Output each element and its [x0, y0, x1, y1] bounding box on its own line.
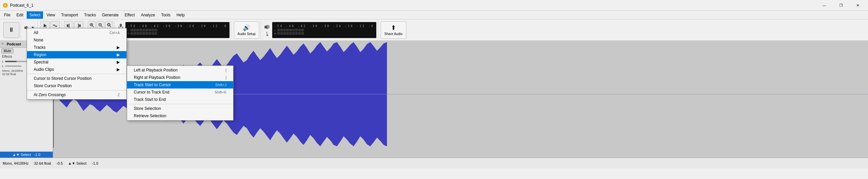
menu-effect[interactable]: Effect	[122, 11, 137, 19]
svg-text:A: A	[4, 4, 7, 7]
mute-button[interactable]: Mute	[1, 49, 13, 54]
status-bit-depth: 32-bit float	[34, 161, 51, 165]
title-text: Podcast_6_1	[10, 3, 33, 8]
svg-line-15	[101, 26, 102, 27]
audio-setup-group: 🔊 Audio Setup	[232, 21, 261, 39]
menu-tracks[interactable]: Tracks	[82, 11, 99, 19]
audio-setup-button[interactable]: 🔊 Audio Setup	[234, 21, 259, 39]
region-arrow: ▶	[117, 53, 120, 57]
playback-speaker-icon	[264, 23, 271, 31]
svg-marker-28	[265, 25, 268, 29]
pause-icon: ⏸	[8, 26, 14, 33]
select-region-item[interactable]: Region ▶	[27, 51, 126, 58]
select-all-item[interactable]: All Ctrl+A	[27, 29, 126, 36]
select-dropdown: All Ctrl+A None Tracks ▶ Region ▶ Spectr…	[27, 28, 127, 99]
zoom-in-icon	[89, 22, 94, 28]
menu-transport[interactable]: Transport	[58, 11, 81, 19]
svg-rect-8	[79, 24, 81, 27]
playback-meter-group: LR -54 -48 -42 -36 -30 -24 -18 -12 -6 L …	[262, 21, 378, 39]
vu-playback-R: R	[274, 32, 374, 35]
cursor-icon	[42, 23, 48, 28]
select-spectral-item[interactable]: Spectral ▶	[27, 58, 126, 66]
retrieve-selection-item[interactable]: Retrieve Selection	[127, 112, 233, 120]
spectral-arrow: ▶	[117, 60, 120, 64]
svg-point-3	[53, 24, 55, 26]
region-sep1	[127, 104, 233, 104]
vu-record-R: R	[127, 32, 227, 35]
vu-record-scale: -54 -48 -42 -36 -30 -24 -18 -12 -6	[127, 25, 227, 28]
select-bar[interactable]: ▲▼ Select -1.0	[0, 152, 53, 158]
gain-l-label: L	[2, 60, 4, 63]
menu-help[interactable]: Help	[174, 11, 187, 19]
app-icon: A	[3, 3, 8, 8]
tracks-arrow: ▶	[117, 45, 120, 50]
toolbar: ⏸ 🔉 ▽ 5	[0, 19, 868, 41]
vu-playback-scale: -54 -48 -42 -36 -30 -24 -18 -12 -6	[274, 25, 374, 28]
status-bar: Mono, 44100Hz 32-bit float -0.5 ▲▼ Selec…	[0, 158, 868, 168]
share-audio-button[interactable]: ⬆ Share Audio	[381, 21, 406, 39]
track-start-to-end-item[interactable]: Track Start to End	[127, 96, 233, 103]
svg-rect-18	[108, 24, 110, 25]
status-gain: -0.5	[56, 161, 63, 165]
speaker-setup-icon: 🔊	[243, 24, 250, 31]
pan-l-label: L	[2, 64, 4, 68]
playback-lr-badge: LR	[266, 31, 268, 37]
select-sep2	[27, 90, 126, 90]
record-meter-group: LR -54 -48 -42 -36 -30 -24 -18 -12 -6 L	[116, 21, 231, 39]
select-tracks-item[interactable]: Tracks ▶	[27, 44, 126, 51]
svg-line-12	[92, 26, 94, 27]
fit-project-button[interactable]	[105, 21, 113, 29]
select-audio-clips-item[interactable]: Audio Clips ▶	[27, 66, 126, 73]
status-track-info: Mono, 44100Hz	[3, 161, 29, 165]
zoom-out-icon	[98, 22, 103, 28]
title-bar: A Podcast_6_1 — ❐ ✕	[0, 0, 868, 11]
region-submenu: Left at Playback Position [ Right at Pla…	[127, 65, 234, 121]
track-close-button[interactable]: ✕	[1, 42, 4, 46]
menu-analyze[interactable]: Analyze	[138, 11, 158, 19]
at-zero-crossings-item[interactable]: At Zero Crossings Z	[27, 91, 126, 98]
status-position: -1.0	[92, 161, 98, 165]
cursor-to-track-end-item[interactable]: Cursor to Track End Shift+K	[127, 89, 233, 96]
svg-rect-26	[120, 24, 122, 27]
maximize-button[interactable]: ❐	[833, 2, 849, 9]
window-controls: — ❐ ✕	[817, 2, 865, 9]
audio-setup-label: Audio Setup	[238, 32, 256, 36]
envelope-icon	[52, 23, 58, 28]
menu-edit[interactable]: Edit	[14, 11, 26, 19]
menu-view[interactable]: View	[44, 11, 58, 19]
left-at-playback-item[interactable]: Left at Playback Position [	[127, 66, 233, 74]
menu-tools[interactable]: Tools	[158, 11, 173, 19]
svg-point-4	[55, 26, 57, 27]
store-cursor-item[interactable]: Store Cursor Position	[27, 82, 126, 90]
trim-left-icon	[66, 23, 71, 28]
share-icon: ⬆	[391, 24, 396, 31]
menu-generate[interactable]: Generate	[99, 11, 121, 19]
track-start-to-cursor-item[interactable]: Track Start to Cursor Shift+J	[127, 81, 233, 89]
menu-select[interactable]: Select	[27, 11, 43, 19]
gain-slider[interactable]	[5, 61, 28, 62]
zoom-out-button[interactable]	[96, 21, 104, 29]
menu-file[interactable]: File	[1, 11, 13, 19]
trim-right-icon	[76, 23, 82, 28]
zoom-in-button[interactable]	[88, 21, 96, 29]
svg-line-17	[110, 26, 111, 27]
transport-group: ⏸	[2, 21, 21, 39]
status-select[interactable]: ▲▼ Select	[68, 161, 86, 165]
vu-playback-L: L	[274, 29, 374, 32]
pan-slider[interactable]	[5, 65, 22, 67]
share-audio-group: ⬆ Share Audio	[379, 21, 408, 39]
select-bar-value: -1.0	[34, 153, 40, 157]
store-selection-item[interactable]: Store Selection	[127, 105, 233, 112]
select-bar-arrows: ▲▼	[12, 153, 21, 157]
vu-record-L: L	[127, 29, 227, 32]
pause-button[interactable]: ⏸	[3, 22, 19, 38]
right-at-playback-item[interactable]: Right at Playback Position ]	[127, 74, 233, 81]
minimize-button[interactable]: —	[817, 2, 832, 9]
cursor-to-stored-item[interactable]: Cursor to Stored Cursor Position	[27, 75, 126, 82]
audio-clips-arrow: ▶	[117, 67, 120, 72]
menu-bar: File Edit Select View Transport Tracks G…	[0, 11, 868, 19]
close-button[interactable]: ✕	[850, 2, 865, 9]
select-sep1	[27, 74, 126, 74]
svg-rect-5	[67, 24, 68, 27]
select-none-item[interactable]: None	[27, 36, 126, 44]
